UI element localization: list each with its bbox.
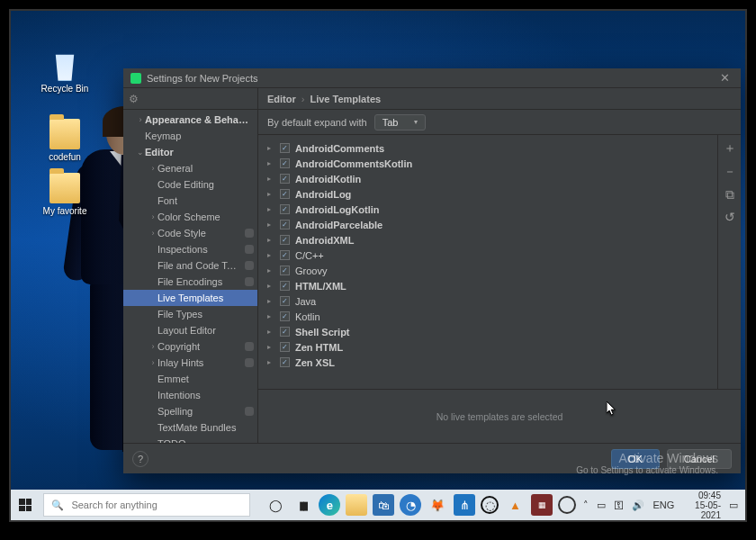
expand-arrow-icon[interactable]: ▸	[267, 175, 274, 183]
expand-arrow-icon[interactable]: ▸	[267, 159, 274, 167]
checkbox[interactable]: ✓	[280, 342, 290, 352]
template-group-list[interactable]: ▸✓AndroidComments▸✓AndroidCommentsKotlin…	[258, 135, 717, 389]
template-group-row[interactable]: ▸✓AndroidLog	[267, 186, 708, 202]
obs-icon[interactable]: ◌	[481, 496, 499, 514]
tree-item[interactable]: ›General	[123, 160, 257, 176]
template-group-row[interactable]: ▸✓Kotlin	[267, 309, 708, 324]
edge-icon[interactable]: e	[319, 494, 340, 516]
template-group-row[interactable]: ▸✓AndroidCommentsKotlin	[267, 156, 708, 171]
expand-arrow-icon[interactable]: ▸	[267, 328, 274, 336]
expand-with-select[interactable]: Tab ▾	[374, 114, 427, 130]
cortana-icon[interactable]: ◯	[265, 494, 286, 516]
taskbar-search[interactable]: 🔍 Search for anything	[43, 493, 250, 517]
copy-icon[interactable]: ⧉	[725, 187, 734, 202]
tree-item[interactable]: Code Editing	[123, 176, 257, 193]
task-view-icon[interactable]: ▮▮	[292, 494, 313, 516]
checkbox[interactable]: ✓	[280, 296, 290, 306]
app-icon-3[interactable]	[558, 496, 576, 514]
tree-item[interactable]: File Encodings	[123, 274, 257, 290]
tree-item[interactable]: File Types	[123, 306, 257, 322]
template-group-row[interactable]: ▸✓AndroidComments	[267, 140, 708, 156]
language-indicator[interactable]: ENG	[652, 500, 674, 510]
expand-arrow-icon[interactable]: ▸	[267, 220, 274, 229]
store-icon[interactable]: 🛍	[373, 494, 394, 516]
tree-item[interactable]: ›Appearance & Behavior	[123, 112, 257, 128]
expand-arrow-icon[interactable]: ▸	[267, 312, 274, 320]
vscode-icon[interactable]: ⋔	[454, 494, 475, 516]
desktop-icon-folder-favorite[interactable]: My favorite	[38, 173, 92, 216]
template-group-row[interactable]: ▸✓HTML/XML	[267, 278, 708, 293]
template-group-row[interactable]: ▸✓Zen HTML	[267, 339, 708, 355]
expand-arrow-icon[interactable]: ▸	[267, 251, 274, 259]
start-button[interactable]	[11, 490, 40, 520]
checkbox[interactable]: ✓	[280, 235, 290, 245]
notifications-icon[interactable]: ▭	[729, 500, 738, 511]
tree-item[interactable]: Font	[123, 193, 257, 209]
checkbox[interactable]: ✓	[280, 189, 290, 199]
expand-arrow-icon[interactable]: ▸	[267, 144, 274, 152]
expand-arrow-icon[interactable]: ▸	[267, 282, 274, 290]
checkbox[interactable]: ✓	[280, 174, 290, 184]
template-group-row[interactable]: ▸✓Zen XSL	[267, 355, 708, 370]
settings-search-input[interactable]	[144, 94, 268, 104]
taskbar-clock[interactable]: 09:45 15-05-2021	[682, 490, 721, 520]
checkbox[interactable]: ✓	[280, 281, 290, 291]
revert-icon[interactable]: ↺	[724, 210, 735, 224]
expand-arrow-icon[interactable]: ▸	[267, 343, 274, 351]
firefox-icon[interactable]: 🦊	[427, 494, 448, 516]
app-icon[interactable]: ◔	[400, 494, 421, 516]
tree-item[interactable]: ⌄Editor	[123, 144, 257, 160]
gear-icon[interactable]: ⚙	[129, 93, 139, 105]
checkbox[interactable]: ✓	[280, 158, 290, 168]
volume-icon[interactable]: 🔊	[632, 500, 644, 511]
tree-item[interactable]: Keymap	[123, 128, 257, 144]
expand-arrow-icon[interactable]: ▸	[267, 205, 274, 213]
checkbox[interactable]: ✓	[280, 266, 290, 275]
battery-icon[interactable]: ▭	[597, 500, 606, 511]
desktop-icon-recycle-bin[interactable]: Recycle Bin	[38, 50, 92, 94]
template-group-row[interactable]: ▸✓AndroidKotlin	[267, 171, 708, 186]
dialog-titlebar[interactable]: Settings for New Projects ✕	[123, 68, 741, 88]
tree-item[interactable]: ›Inlay Hints	[123, 355, 257, 371]
expand-arrow-icon[interactable]: ▸	[267, 236, 274, 244]
tree-item[interactable]: ›Color Scheme	[123, 209, 257, 225]
template-group-row[interactable]: ▸✓AndroidLogKotlin	[267, 202, 708, 217]
expand-arrow-icon[interactable]: ▸	[267, 266, 274, 274]
tree-item[interactable]: Inspections	[123, 241, 257, 257]
checkbox[interactable]: ✓	[280, 204, 290, 214]
checkbox[interactable]: ✓	[280, 357, 290, 367]
template-group-row[interactable]: ▸✓AndroidXML	[267, 232, 708, 248]
template-group-row[interactable]: ▸✓Groovy	[267, 263, 708, 278]
tree-item[interactable]: ›Code Style	[123, 225, 257, 241]
checkbox[interactable]: ✓	[280, 143, 290, 153]
tree-item[interactable]: Intentions	[123, 387, 257, 403]
template-group-row[interactable]: ▸✓Java	[267, 293, 708, 309]
help-icon[interactable]: ?	[132, 451, 148, 467]
tree-item[interactable]: Layout Editor	[123, 322, 257, 338]
vlc-icon[interactable]: ▲	[504, 494, 526, 516]
checkbox[interactable]: ✓	[280, 220, 290, 230]
explorer-icon[interactable]	[346, 494, 367, 516]
expand-arrow-icon[interactable]: ▸	[267, 297, 274, 305]
desktop-icon-folder-codefun[interactable]: codefun	[38, 119, 92, 162]
template-group-row[interactable]: ▸✓AndroidParcelable	[267, 217, 708, 232]
add-icon[interactable]: ＋	[724, 140, 736, 157]
template-group-row[interactable]: ▸✓Shell Script	[267, 324, 708, 339]
tree-item[interactable]: Live Templates	[123, 290, 257, 306]
tree-item[interactable]: File and Code Templates	[123, 257, 257, 274]
checkbox[interactable]: ✓	[280, 327, 290, 337]
checkbox[interactable]: ✓	[280, 250, 290, 260]
close-icon[interactable]: ✕	[716, 71, 734, 85]
app-icon-2[interactable]: ▦	[531, 494, 553, 516]
expand-arrow-icon[interactable]: ▸	[267, 190, 274, 198]
expand-arrow-icon[interactable]: ▸	[267, 358, 274, 366]
tree-item[interactable]: TODO	[123, 436, 257, 443]
checkbox[interactable]: ✓	[280, 311, 290, 321]
tree-item[interactable]: TextMate Bundles	[123, 419, 257, 436]
tree-item[interactable]: ›Copyright	[123, 338, 257, 355]
settings-tree[interactable]: ›Appearance & BehaviorKeymap⌄Editor›Gene…	[123, 110, 257, 443]
remove-icon[interactable]: －	[724, 164, 736, 180]
tree-item[interactable]: Spelling	[123, 403, 257, 419]
wifi-icon[interactable]: ⚿	[614, 500, 624, 510]
tray-chevron-icon[interactable]: ˄	[583, 500, 589, 511]
